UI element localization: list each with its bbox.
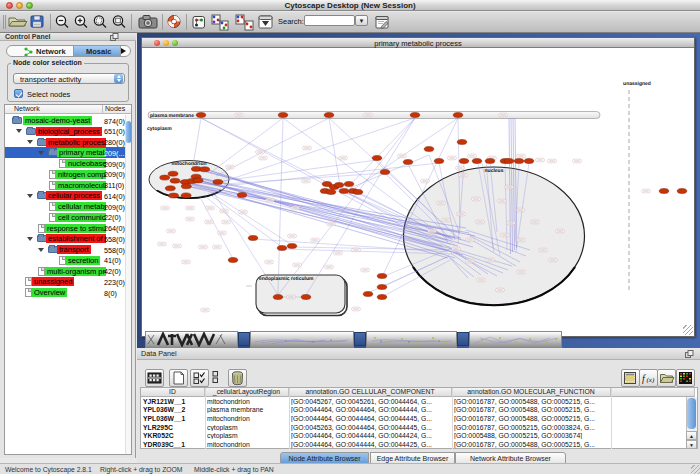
svg-text:plasma membrane: plasma membrane [150,113,194,119]
svg-text:endoplasmic reticulum: endoplasmic reticulum [259,276,314,282]
svg-text:nucleus: nucleus [485,168,504,174]
svg-text:unassigned: unassigned [623,81,651,87]
svg-text:cytoplasm: cytoplasm [147,126,172,132]
svg-text:mitochondrion: mitochondrion [172,161,207,167]
svg-text:f: f [642,373,646,384]
svg-text:(x): (x) [647,376,655,384]
